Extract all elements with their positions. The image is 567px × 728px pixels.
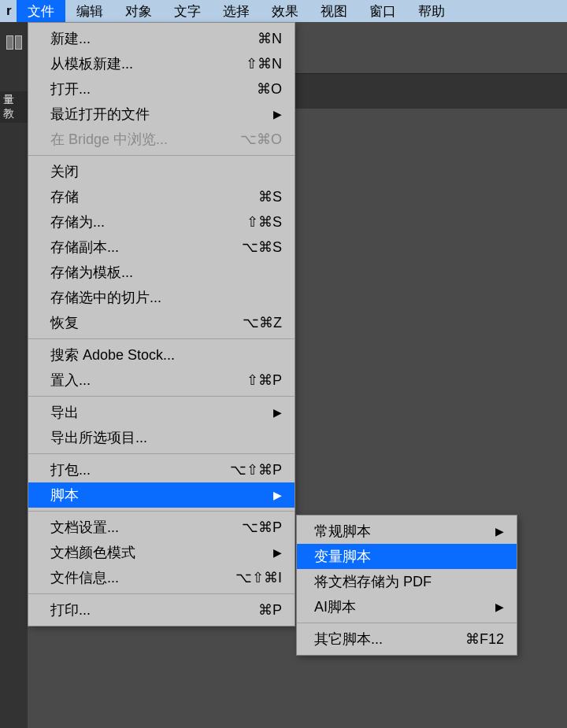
menu-export-selection[interactable]: 导出所选项目...: [28, 425, 295, 450]
submenu-variable-scripts[interactable]: 变量脚本: [297, 544, 517, 569]
submenu-arrow-icon: ▶: [273, 489, 282, 501]
menu-save-as-template[interactable]: 存储为模板...: [28, 260, 295, 285]
submenu-other-scripts[interactable]: 其它脚本... ⌘F12: [297, 626, 517, 652]
toolbar-arrange-icon[interactable]: [0, 22, 28, 63]
menu-separator: [28, 511, 295, 512]
menu-file-info[interactable]: 文件信息... ⌥⇧⌘I: [28, 565, 295, 590]
menu-document-color-mode[interactable]: 文档颜色模式 ▶: [28, 540, 295, 565]
submenu-general-scripts[interactable]: 常规脚本 ▶: [297, 519, 517, 544]
menu-close[interactable]: 关闭: [28, 159, 295, 184]
menu-separator: [28, 453, 295, 454]
menu-export[interactable]: 导出 ▶: [28, 400, 295, 425]
menu-edit[interactable]: 编辑: [65, 0, 114, 23]
menu-file[interactable]: 文件: [17, 0, 65, 23]
menu-scripts[interactable]: 脚本 ▶: [28, 482, 295, 508]
menu-separator: [28, 155, 295, 156]
side-panel-label: 量教: [0, 91, 28, 123]
menu-package[interactable]: 打包... ⌥⇧⌘P: [28, 457, 295, 482]
submenu-arrow-icon: ▶: [273, 406, 282, 419]
menu-help[interactable]: 帮助: [407, 0, 456, 23]
submenu-arrow-icon: ▶: [495, 525, 504, 538]
submenu-arrow-icon: ▶: [273, 108, 282, 120]
app-label: r: [2, 3, 17, 19]
menu-select[interactable]: 选择: [212, 0, 261, 23]
menu-save-selected-slices[interactable]: 存储选中的切片...: [28, 285, 295, 310]
menu-new-from-template[interactable]: 从模板新建... ⇧⌘N: [28, 51, 295, 76]
menu-save-as[interactable]: 存储为... ⇧⌘S: [28, 209, 295, 235]
menu-separator: [28, 338, 295, 339]
menu-separator: [28, 396, 295, 397]
menu-browse-bridge: 在 Bridge 中浏览... ⌥⌘O: [28, 127, 295, 152]
scripts-submenu: 常规脚本 ▶ 变量脚本 将文档存储为 PDF AI脚本 ▶ 其它脚本... ⌘F…: [296, 515, 517, 656]
menu-separator: [297, 623, 517, 623]
submenu-save-doc-as-pdf[interactable]: 将文档存储为 PDF: [297, 569, 517, 594]
menu-save[interactable]: 存储 ⌘S: [28, 184, 295, 209]
menu-revert[interactable]: 恢复 ⌥⌘Z: [28, 310, 295, 335]
menubar: r 文件 编辑 对象 文字 选择 效果 视图 窗口 帮助: [0, 0, 567, 22]
submenu-ai-scripts[interactable]: AI脚本 ▶: [297, 594, 517, 619]
menu-recent-files[interactable]: 最近打开的文件 ▶: [28, 102, 295, 127]
menu-window[interactable]: 窗口: [358, 0, 407, 23]
menu-save-copy[interactable]: 存储副本... ⌥⌘S: [28, 235, 295, 260]
menu-effect[interactable]: 效果: [261, 0, 309, 23]
menu-object[interactable]: 对象: [114, 0, 163, 23]
menu-new[interactable]: 新建... ⌘N: [28, 26, 295, 51]
menu-type[interactable]: 文字: [163, 0, 212, 23]
submenu-arrow-icon: ▶: [273, 546, 282, 559]
dark-toolbar: [0, 22, 28, 728]
menu-separator: [28, 593, 295, 594]
menu-print[interactable]: 打印... ⌘P: [28, 597, 295, 623]
menu-search-adobe-stock[interactable]: 搜索 Adobe Stock...: [28, 342, 295, 368]
file-dropdown: 新建... ⌘N 从模板新建... ⇧⌘N 打开... ⌘O 最近打开的文件 ▶…: [28, 22, 295, 626]
menu-view[interactable]: 视图: [309, 0, 358, 23]
menu-place[interactable]: 置入... ⇧⌘P: [28, 368, 295, 393]
submenu-arrow-icon: ▶: [495, 601, 504, 613]
menu-document-setup[interactable]: 文档设置... ⌥⌘P: [28, 515, 295, 540]
menu-open[interactable]: 打开... ⌘O: [28, 76, 295, 102]
